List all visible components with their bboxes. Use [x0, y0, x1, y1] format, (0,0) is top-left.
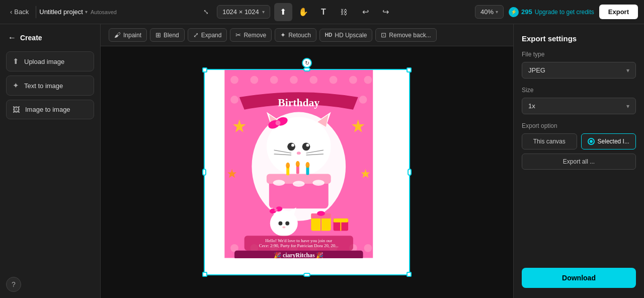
canvas-toolbar: 🖌 Inpaint ⊞ Blend ⤢ Expand ✂ Remove ✦ Re… [101, 24, 513, 46]
size-section: Size 1x ▾ [522, 87, 636, 114]
sidebar-header: ← Create [6, 30, 94, 45]
svg-point-46 [312, 180, 325, 186]
help-button[interactable]: ? [6, 277, 21, 292]
blend-icon: ⊞ [155, 31, 161, 39]
handle-middle-right[interactable] [408, 169, 412, 176]
topbar: ‹ Back Untitled project ▾ Autosaved ⤡ 10… [0, 0, 644, 24]
this-canvas-label: This canvas [533, 138, 566, 145]
svg-text:Birthday: Birthday [278, 97, 319, 109]
size-value: 1x [528, 102, 535, 110]
tools-group: ⬆ ✋ T ⛓ [274, 3, 353, 21]
undo-button[interactable]: ↩ [357, 3, 375, 21]
handle-bottom-left[interactable] [202, 272, 207, 277]
canvas-size-button[interactable]: 1024 × 1024 ▾ [217, 5, 270, 19]
rotate-handle[interactable]: ↻ [302, 58, 312, 68]
canvas-area: 🖌 Inpaint ⊞ Blend ⤢ Expand ✂ Remove ✦ Re… [101, 24, 513, 298]
selected-button[interactable]: Selected I... [581, 133, 636, 150]
upscale-icon: HD [325, 32, 332, 38]
svg-point-45 [293, 181, 305, 187]
handle-bottom-right[interactable] [407, 272, 412, 277]
sidebar-item-image-to-image[interactable]: 🖼 Image to image [6, 100, 94, 119]
svg-point-7 [349, 76, 357, 84]
export-option-row-1: This canvas Selected I... [522, 133, 636, 150]
svg-point-4 [290, 76, 298, 84]
handle-top-middle[interactable] [303, 67, 310, 71]
svg-point-2 [250, 76, 258, 84]
svg-point-9 [230, 96, 238, 104]
upgrade-button[interactable]: Upgrade to get credits [535, 9, 594, 16]
handle-top-left[interactable] [202, 67, 207, 72]
sidebar-item-text-to-image[interactable]: ✦ Text to image [6, 76, 94, 96]
resize-icon-btn[interactable]: ⤡ [197, 3, 215, 21]
size-label: Size [522, 87, 636, 94]
svg-point-10 [359, 96, 367, 104]
upscale-button[interactable]: HD HD Upscale [319, 29, 372, 42]
canvas-viewport[interactable]: ↻ [101, 46, 513, 298]
inpaint-icon: 🖌 [114, 31, 121, 39]
expand-button[interactable]: ⤢ Expand [188, 28, 227, 42]
svg-point-18 [364, 244, 372, 252]
hand-tool[interactable]: ✋ [294, 3, 312, 21]
svg-point-57 [285, 221, 289, 226]
zoom-control[interactable]: 40% ▾ [475, 5, 504, 19]
file-type-section: File type JPEG ▾ [522, 51, 636, 79]
selected-label: Selected I... [598, 138, 629, 145]
text-to-image-icon: ✦ [13, 81, 19, 90]
chevron-down-icon: ▾ [496, 9, 498, 15]
back-icon: ← [8, 33, 16, 42]
inpaint-button[interactable]: 🖌 Inpaint [109, 28, 147, 42]
history-group: ↩ ↪ [357, 3, 395, 21]
expand-label: Expand [201, 32, 222, 39]
radio-selected-icon [588, 138, 595, 145]
remove-back-button[interactable]: ⊡ Remove back... [375, 28, 436, 42]
file-type-select[interactable]: JPEG ▾ [522, 62, 636, 79]
this-canvas-button[interactable]: This canvas [522, 133, 577, 150]
svg-text:Hello! We'd love to have you j: Hello! We'd love to have you join our [265, 238, 332, 243]
select-tool[interactable]: ⬆ [274, 3, 292, 21]
upload-icon: ⬆ [13, 57, 19, 66]
svg-point-52 [306, 162, 310, 168]
chevron-down-icon: ▾ [626, 103, 629, 110]
retouch-button[interactable]: ✦ Retouch [275, 28, 316, 42]
handle-middle-left[interactable] [202, 169, 206, 176]
remove-back-icon: ⊡ [381, 31, 386, 39]
canvas-wrapper[interactable]: ↻ [204, 69, 410, 275]
size-select[interactable]: 1x ▾ [522, 98, 636, 114]
panel-title: Export settings [522, 34, 636, 43]
project-name[interactable]: Untitled project ▾ [39, 8, 88, 16]
back-button[interactable]: ‹ Back [6, 6, 33, 18]
create-label: Create [20, 34, 42, 42]
export-option-row-2: Export all ... [522, 154, 636, 170]
sidebar-item-label: Text to image [24, 82, 63, 90]
svg-point-65 [317, 211, 325, 216]
remove-button[interactable]: ✂ Remove [230, 28, 272, 42]
export-options: This canvas Selected I... Export all ... [522, 133, 636, 170]
blend-button[interactable]: ⊞ Blend [150, 28, 185, 42]
upscale-label: HD Upscale [335, 32, 367, 39]
sidebar-footer: ? [6, 277, 94, 292]
svg-point-56 [278, 221, 282, 226]
handle-bottom-middle[interactable] [303, 273, 310, 277]
svg-point-5 [309, 76, 317, 84]
link-tool[interactable]: ⛓ [335, 3, 353, 21]
canvas-size-group: ⤡ 1024 × 1024 ▾ [197, 3, 270, 21]
autosaved-label: Autosaved [91, 9, 117, 15]
export-button[interactable]: Export [599, 5, 638, 19]
redo-button[interactable]: ↪ [377, 3, 395, 21]
download-button[interactable]: Download [522, 268, 636, 288]
image-to-image-icon: 🖼 [13, 105, 20, 114]
file-type-value: JPEG [528, 66, 545, 74]
retouch-label: Retouch [288, 32, 311, 39]
handle-top-right[interactable] [407, 67, 412, 72]
export-all-button[interactable]: Export all ... [522, 154, 636, 170]
canvas-size-value: 1024 × 1024 [222, 8, 259, 16]
export-option-label: Export option [522, 122, 636, 129]
svg-point-50 [286, 163, 290, 169]
back-icon: ‹ [10, 8, 12, 16]
svg-text:🎉 ciaryRitchas 🎉: 🎉 ciaryRitchas 🎉 [274, 252, 324, 258]
chevron-down-icon: ▾ [262, 9, 265, 15]
sidebar-item-upload-image[interactable]: ⬆ Upload image [6, 51, 94, 71]
svg-point-6 [330, 76, 338, 84]
radio-inner [590, 140, 593, 143]
text-tool[interactable]: T [314, 3, 333, 21]
